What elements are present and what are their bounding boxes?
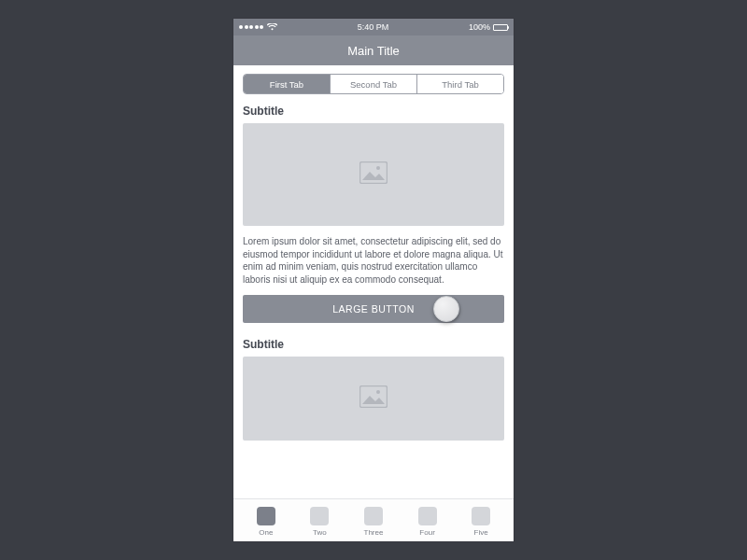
bottom-tab-one[interactable]: One [239, 507, 293, 537]
status-right: 100% [469, 22, 508, 32]
tab-label: One [259, 528, 273, 537]
page-title: Main Title [347, 44, 400, 58]
status-time: 5:40 PM [358, 22, 389, 32]
tab-label: Two [313, 528, 327, 537]
tab-label: Second Tab [350, 79, 397, 90]
large-button-label: LARGE BUTTON [332, 303, 415, 315]
tab-third[interactable]: Third Tab [417, 75, 503, 93]
section-1: Subtitle Lorem ipsum dolor sit amet, con… [243, 105, 504, 286]
touch-cursor-icon [433, 296, 459, 322]
tab-icon [257, 507, 275, 525]
status-left [239, 23, 277, 31]
battery-percent: 100% [469, 22, 490, 32]
battery-icon [493, 24, 508, 31]
tab-label: Four [419, 528, 434, 537]
signal-dots-icon [239, 25, 263, 29]
nav-bar: Main Title [233, 35, 514, 65]
tab-icon [418, 507, 437, 525]
tab-label: Third Tab [442, 79, 478, 90]
tab-icon [310, 507, 329, 525]
segmented-control: First Tab Second Tab Third Tab [243, 74, 504, 94]
wifi-icon [267, 23, 277, 31]
image-placeholder [243, 123, 504, 226]
image-placeholder [243, 357, 504, 441]
image-icon [359, 385, 388, 412]
section-2: Subtitle [243, 338, 504, 441]
large-button[interactable]: LARGE BUTTON [243, 295, 504, 323]
tab-icon [364, 507, 383, 525]
content-scroll[interactable]: Subtitle Lorem ipsum dolor sit amet, con… [233, 103, 514, 498]
bottom-tab-two[interactable]: Two [293, 507, 347, 537]
svg-point-1 [376, 166, 380, 170]
bottom-tab-bar: One Two Three Four Five [233, 498, 514, 541]
section-subtitle: Subtitle [243, 338, 504, 351]
bottom-tab-five[interactable]: Five [454, 507, 508, 537]
section-body: Lorem ipsum dolor sit amet, consectetur … [243, 235, 504, 286]
phone-frame: 5:40 PM 100% Main Title First Tab Second… [233, 19, 514, 541]
bottom-tab-four[interactable]: Four [401, 507, 455, 537]
segmented-control-wrap: First Tab Second Tab Third Tab [233, 65, 514, 103]
tab-label: First Tab [270, 79, 303, 90]
svg-point-3 [376, 390, 380, 394]
image-icon [359, 161, 388, 188]
tab-label: Five [474, 528, 488, 537]
svg-rect-0 [360, 162, 388, 184]
bottom-tab-three[interactable]: Three [346, 507, 401, 537]
tab-label: Three [364, 528, 384, 537]
svg-rect-2 [360, 386, 388, 408]
status-bar: 5:40 PM 100% [233, 19, 514, 35]
tab-icon [472, 507, 490, 525]
tab-second[interactable]: Second Tab [331, 75, 417, 93]
tab-first[interactable]: First Tab [244, 75, 331, 93]
section-subtitle: Subtitle [243, 105, 504, 118]
